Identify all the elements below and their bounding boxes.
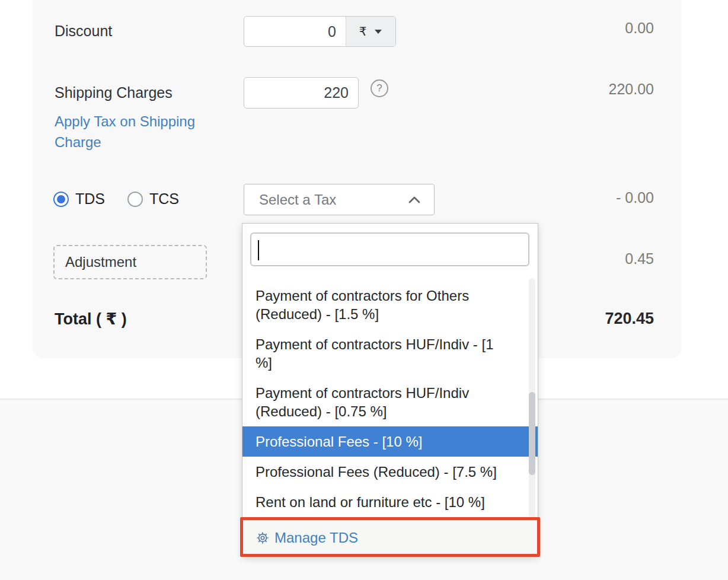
tcs-radio-label[interactable]: TCS bbox=[149, 190, 179, 208]
adjustment-input[interactable]: Adjustment bbox=[53, 245, 207, 279]
manage-tds-link[interactable]: Manage TDS bbox=[242, 519, 538, 556]
tax-dropdown-panel: Payment of contractors for Others (Reduc… bbox=[242, 223, 538, 556]
tax-select-placeholder: Select a Tax bbox=[259, 192, 336, 208]
caret-down-icon bbox=[374, 28, 382, 34]
dropdown-scrollbar-thumb[interactable] bbox=[529, 392, 535, 475]
help-icon[interactable]: ? bbox=[371, 79, 388, 97]
tax-option[interactable]: Payment of contractors for Others (Reduc… bbox=[242, 281, 538, 329]
shipping-label: Shipping Charges bbox=[55, 84, 173, 101]
manage-tds-label: Manage TDS bbox=[274, 530, 358, 546]
text-cursor bbox=[258, 240, 259, 260]
chevron-up-icon bbox=[408, 196, 421, 204]
total-amount: 720.45 bbox=[605, 310, 654, 328]
tcs-radio[interactable] bbox=[127, 192, 143, 207]
discount-type-select[interactable]: ₹ bbox=[346, 17, 395, 46]
discount-amount: 0.00 bbox=[625, 20, 654, 37]
help-glyph: ? bbox=[376, 82, 382, 94]
tax-option[interactable]: Payment of contractors HUF/Indiv - [1 %] bbox=[242, 329, 538, 378]
adjustment-label: Adjustment bbox=[65, 254, 136, 270]
tax-search-input[interactable] bbox=[251, 234, 528, 265]
tds-radio[interactable] bbox=[53, 192, 69, 207]
tax-option-list: Payment of contractors for Others (Reduc… bbox=[242, 272, 538, 519]
tax-option[interactable]: Professional Fees (Reduced) - [7.5 %] bbox=[242, 457, 538, 487]
tax-select-trigger[interactable]: Select a Tax bbox=[244, 184, 435, 215]
shipping-input[interactable] bbox=[244, 78, 358, 108]
tax-option[interactable]: Rent on land or furniture etc - [10 %] bbox=[242, 487, 538, 517]
adjustment-amount: 0.45 bbox=[625, 250, 654, 267]
tax-option[interactable]: Payment of contractors HUF/Indiv (Reduce… bbox=[242, 378, 538, 426]
discount-input-wrap bbox=[244, 17, 346, 46]
rupee-symbol: ₹ bbox=[359, 24, 367, 39]
shipping-amount: 220.00 bbox=[609, 81, 654, 98]
discount-input[interactable] bbox=[244, 17, 346, 46]
tds-amount: - 0.00 bbox=[616, 189, 654, 206]
discount-label: Discount bbox=[55, 23, 112, 40]
tds-radio-label[interactable]: TDS bbox=[75, 190, 105, 208]
apply-tax-shipping-link[interactable]: Apply Tax on Shipping Charge bbox=[55, 111, 207, 152]
tax-search-box bbox=[250, 232, 529, 266]
total-label: Total ( ₹ ) bbox=[55, 310, 127, 329]
shipping-input-wrap bbox=[244, 77, 359, 109]
gear-icon bbox=[256, 531, 269, 544]
invoice-totals-page: Discount ₹ 0.00 Shipping Charges ? 220.0… bbox=[0, 0, 728, 580]
tax-option[interactable]: Professional Fees - [10 %] bbox=[242, 426, 538, 457]
discount-control: ₹ bbox=[244, 16, 396, 47]
